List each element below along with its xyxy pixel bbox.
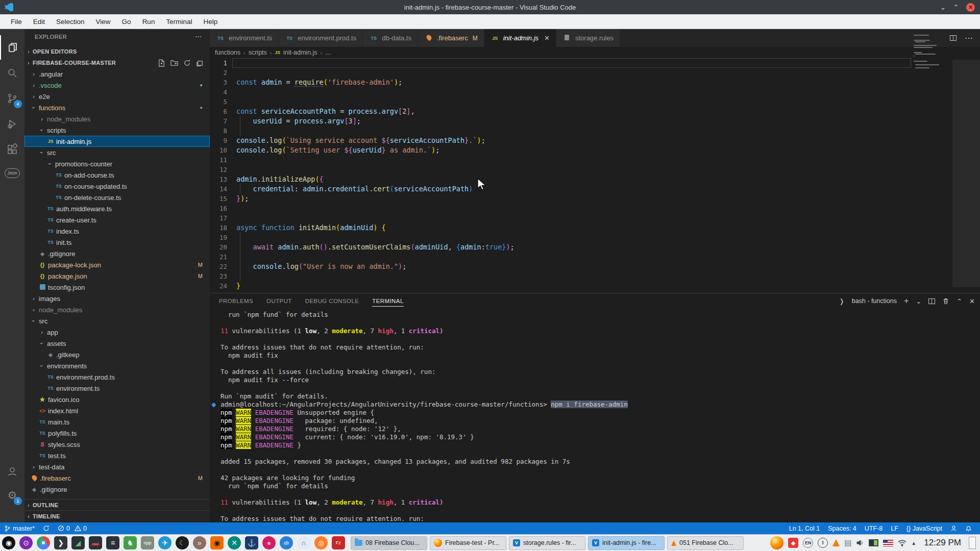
json-extension-icon[interactable]: Json xyxy=(0,161,24,185)
tray-volume-icon[interactable] xyxy=(856,539,864,547)
new-file-icon[interactable] xyxy=(158,59,165,67)
panel-tab-output[interactable]: OUTPUT xyxy=(266,298,292,304)
tree-item-app[interactable]: ›app xyxy=(24,327,210,338)
launcher-horse-app-icon[interactable]: ♞ xyxy=(123,536,137,550)
tree-item-main.ts[interactable]: TSmain.ts xyxy=(24,416,210,428)
tree-item-assets[interactable]: ›assets xyxy=(24,338,210,349)
tree-item-test-data[interactable]: ›test-data xyxy=(24,461,210,472)
launcher-blender-icon[interactable]: ◎ xyxy=(314,536,328,550)
tree-item-node_modules[interactable]: ›node_modules xyxy=(24,304,210,315)
breadcrumb-item-scripts[interactable]: scripts xyxy=(249,49,267,56)
launcher-x-app-icon[interactable]: ✕ xyxy=(227,536,241,550)
taskbar-button-Firebase-test - Pr...[interactable]: Firebase-test - Pr... xyxy=(430,536,506,550)
tree-item-favicon.ico[interactable]: ★favicon.ico xyxy=(24,394,210,405)
breadcrumb-item-init-admin.js[interactable]: init-admin.js xyxy=(283,49,317,56)
menu-item-run[interactable]: Run xyxy=(137,14,161,29)
launcher-moon-app-icon[interactable]: ☾ xyxy=(175,536,189,550)
menu-item-terminal[interactable]: Terminal xyxy=(160,14,198,29)
launcher-opensuse-icon[interactable]: ◉ xyxy=(2,536,16,550)
tree-item-auth.middleware.ts[interactable]: TSauth.middleware.ts xyxy=(24,203,210,214)
tree-item-.gitignore[interactable]: ◆.gitignore xyxy=(24,484,210,495)
eol[interactable]: LF xyxy=(887,525,902,532)
panel-tab-problems[interactable]: PROBLEMS xyxy=(219,298,253,304)
settings-gear-icon[interactable]: ⚙ 1 xyxy=(0,483,24,508)
tree-item-.gitignore[interactable]: ◆.gitignore xyxy=(24,248,210,259)
maximize-button[interactable]: ⌃ xyxy=(953,3,959,11)
sync-icon[interactable] xyxy=(39,525,54,532)
code-editor[interactable]: 123const admin = require('firebase-admin… xyxy=(210,58,980,293)
tree-item-.angular[interactable]: ›.angular xyxy=(24,68,210,80)
menu-item-view[interactable]: View xyxy=(90,14,116,29)
sidebar-more-actions-icon[interactable]: ⋯ xyxy=(195,32,203,40)
extensions-icon[interactable] xyxy=(0,137,24,162)
tree-item-init.ts[interactable]: TSinit.ts xyxy=(24,237,210,248)
tab-init-admin.js[interactable]: JSinit-admin.js✕ xyxy=(484,29,556,47)
panel-tab-terminal[interactable]: TERMINAL xyxy=(372,298,403,307)
new-folder-icon[interactable] xyxy=(170,59,178,67)
tree-item-.vscode[interactable]: ›.vscode● xyxy=(24,80,210,91)
tree-item-src[interactable]: ›src xyxy=(24,147,210,158)
problems-item[interactable]: 0 0 xyxy=(54,525,91,532)
tab-storage.rules[interactable]: storage.rules xyxy=(556,29,620,47)
maximize-panel-icon[interactable]: ⌃ xyxy=(957,297,962,305)
tree-item-environment.ts[interactable]: TSenvironment.ts xyxy=(24,383,210,394)
clock[interactable]: 12:29 PM xyxy=(921,538,964,548)
breadcrumb-item-functions[interactable]: functions xyxy=(215,49,240,56)
minimap[interactable] xyxy=(913,29,946,264)
launcher-chrome-icon[interactable] xyxy=(36,536,51,550)
tray-vlc-icon[interactable] xyxy=(832,539,840,546)
cursor-position[interactable]: Ln 1, Col 1 xyxy=(785,525,824,532)
run-debug-icon[interactable] xyxy=(0,112,24,136)
git-branch-item[interactable]: master* xyxy=(0,525,39,532)
tree-item-src[interactable]: ›src xyxy=(24,315,210,327)
tree-item-.gitkeep[interactable]: ◆.gitkeep xyxy=(24,349,210,360)
launcher-anchor-app-icon[interactable]: ⚓ xyxy=(244,536,259,550)
taskbar-button-051 Firebase Clo...[interactable]: 051 Firebase Clo... xyxy=(667,536,744,550)
tray-wifi-icon[interactable] xyxy=(898,539,906,546)
tree-item-node_modules[interactable]: ›node_modules xyxy=(24,113,210,124)
close-button[interactable]: ✕ xyxy=(966,3,975,12)
tray-us-flag-icon[interactable] xyxy=(883,540,893,546)
refresh-icon[interactable] xyxy=(183,59,191,67)
feedback-icon[interactable] xyxy=(946,525,961,532)
tree-item-promotions-counter[interactable]: ›promotions-counter xyxy=(24,158,210,169)
tray-display-icon[interactable] xyxy=(869,539,878,546)
tray-expand-arrow-icon[interactable]: ▲ xyxy=(911,540,916,546)
terminal-chevron-icon[interactable]: ❭ xyxy=(839,297,845,305)
tree-item-package-lock.json[interactable]: {}package-lock.jsonM xyxy=(24,259,210,270)
tray-firefox-icon[interactable] xyxy=(770,536,783,549)
breadcrumb-item-...[interactable]: ... xyxy=(325,49,330,56)
menu-item-help[interactable]: Help xyxy=(198,14,223,29)
collapse-all-icon[interactable] xyxy=(196,59,204,67)
launcher-kdenlive-icon[interactable]: ▬ xyxy=(88,536,103,550)
folder-section-header[interactable]: ›FIREBASE-COURSE-MASTER xyxy=(24,57,210,68)
show-desktop-widget[interactable] xyxy=(969,537,976,549)
tree-item-test.ts[interactable]: TStest.ts xyxy=(24,450,210,461)
taskbar-button-init-admin.js - fire...[interactable]: Vinit-admin.js - fire... xyxy=(588,536,665,550)
tree-item-package.json[interactable]: {}package.jsonM xyxy=(24,270,210,282)
panel-tab-debug-console[interactable]: DEBUG CONSOLE xyxy=(305,298,359,304)
explorer-icon[interactable] xyxy=(0,35,24,60)
menu-item-selection[interactable]: Selection xyxy=(51,14,90,29)
close-panel-icon[interactable]: ✕ xyxy=(969,297,975,305)
launcher-sysmonitor-icon[interactable]: ◢ xyxy=(71,536,85,550)
menu-item-edit[interactable]: Edit xyxy=(28,14,51,29)
terminal-output[interactable]: run `npm fund` for details11 vulnerabili… xyxy=(210,311,980,521)
account-icon[interactable] xyxy=(0,459,24,484)
tray-pause-icon[interactable]: ‖ xyxy=(818,538,828,548)
launcher-qbittorrent-icon[interactable]: qb xyxy=(279,536,293,550)
tree-item-on-delete-course.ts[interactable]: TSon-delete-course.ts xyxy=(24,192,210,203)
launcher-bird-app-icon[interactable]: » xyxy=(192,536,207,550)
language-mode[interactable]: {} JavaScript xyxy=(902,525,946,532)
tree-item-index.ts[interactable]: TSindex.ts xyxy=(24,226,210,237)
editor-scrollbar[interactable] xyxy=(952,60,980,287)
notifications-bell-icon[interactable] xyxy=(961,525,976,532)
tray-keyboard-layout[interactable]: EN xyxy=(803,538,813,548)
tab-environment.ts[interactable]: TSenvironment.ts xyxy=(210,29,279,47)
editor-more-actions-icon[interactable]: ⋯ xyxy=(965,33,973,43)
launcher-filezilla-icon[interactable]: Fz xyxy=(331,536,346,550)
split-terminal-icon[interactable] xyxy=(928,298,935,304)
minimize-button[interactable]: ⌄ xyxy=(940,3,946,11)
tree-item-environment.prod.ts[interactable]: TSenvironment.prod.ts xyxy=(24,371,210,383)
tree-item-functions[interactable]: ›functions● xyxy=(24,102,210,113)
